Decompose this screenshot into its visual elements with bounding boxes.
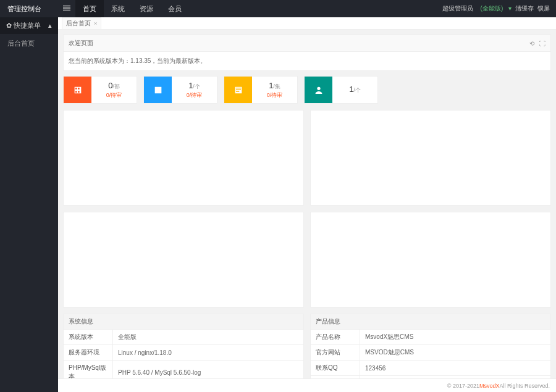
- nav-member[interactable]: 会员: [161, 0, 189, 17]
- footer-brand-link[interactable]: MsvodX: [479, 383, 500, 389]
- nav-home[interactable]: 首页: [75, 0, 104, 17]
- topbar: 管理控制台 首页 系统 资源 会员 超级管理员 (全能版) ▾ 清缓存 锁屏: [0, 0, 556, 17]
- system-info: 系统信息 系统版本全能版 服务器环境Linux / nginx/1.18.0 P…: [63, 314, 304, 378]
- fullscreen-icon[interactable]: ⛶: [539, 40, 545, 47]
- chart-box-3: [63, 212, 304, 307]
- table-row: PHP/MySql版本PHP 5.6.40 / MySql 5.6.50-log: [64, 361, 304, 379]
- lock-screen-button[interactable]: 锁屏: [537, 4, 550, 13]
- sidebar-quickmenu[interactable]: ✿ 快捷菜单 ▴: [0, 17, 58, 34]
- nav-system[interactable]: 系统: [104, 0, 132, 17]
- product-info: 产品信息 产品名称MsvodX魅思CMS 官方网站MSVOD魅思CMS 联系QQ…: [310, 314, 551, 378]
- role-badge: (全能版) ▾: [477, 4, 512, 13]
- chart-box-1: [63, 110, 304, 206]
- table-row: 联系QQ123456: [311, 361, 551, 376]
- refresh-icon[interactable]: ⟲: [529, 40, 534, 47]
- tabbar: 后台首页 ×: [58, 17, 556, 30]
- version-line: 您当前的系统版本为：1.13.35，当前为最新版本。: [63, 51, 551, 71]
- topbar-right: 超级管理员 (全能版) ▾ 清缓存 锁屏: [439, 4, 556, 13]
- close-icon[interactable]: ×: [94, 20, 97, 27]
- table-row: 系统版本全能版: [64, 330, 304, 345]
- tab-dashboard[interactable]: 后台首页 ×: [62, 17, 101, 30]
- topnav: 首页 系统 资源 会员: [75, 0, 189, 17]
- tab-label: 后台首页: [66, 19, 91, 28]
- film-icon: [64, 77, 91, 103]
- stats-row: 0/部0/待审 1/个0/待审 1/集0/待审 1/个: [63, 76, 551, 104]
- stat-video[interactable]: 0/部0/待审: [63, 76, 137, 104]
- welcome-panel-header: 欢迎页面 ⟲ ⛶: [63, 35, 551, 51]
- footer: © 2017-2021 MsvodX All Rights Reserved.: [58, 378, 556, 392]
- sidebar-item-dashboard[interactable]: 后台首页: [0, 34, 58, 53]
- gear-icon: ✿: [6, 22, 12, 29]
- chart-box-4: [310, 212, 551, 307]
- sidebar: ✿ 快捷菜单 ▴ 后台首页: [0, 17, 58, 392]
- users-icon: [305, 77, 332, 103]
- stat-member[interactable]: 1/个: [304, 76, 378, 104]
- menu-toggle-icon[interactable]: [58, 3, 75, 15]
- admin-label[interactable]: 超级管理员: [442, 4, 473, 13]
- table-row: 官方网站MSVOD魅思CMS: [311, 345, 551, 361]
- table-row: 服务器环境Linux / nginx/1.18.0: [64, 345, 304, 361]
- main: 后台首页 × 欢迎页面 ⟲ ⛶ 您当前的系统版本为：1.13.35，当前为最新版…: [58, 17, 556, 378]
- nav-resource[interactable]: 资源: [132, 0, 161, 17]
- product-info-title: 产品信息: [310, 314, 551, 330]
- stat-image[interactable]: 1/个0/待审: [143, 76, 217, 104]
- table-row: 产品名称MsvodX魅思CMS: [311, 330, 551, 345]
- chevron-up-icon: ▴: [48, 22, 52, 30]
- news-icon: [224, 77, 252, 103]
- clear-cache-button[interactable]: 清缓存: [515, 4, 534, 13]
- chart-box-2: [310, 110, 551, 206]
- brand: 管理控制台: [0, 4, 58, 14]
- image-icon: [144, 77, 172, 103]
- welcome-title: 欢迎页面: [69, 39, 93, 48]
- system-info-title: 系统信息: [63, 314, 304, 330]
- stat-news[interactable]: 1/集0/待审: [224, 76, 298, 104]
